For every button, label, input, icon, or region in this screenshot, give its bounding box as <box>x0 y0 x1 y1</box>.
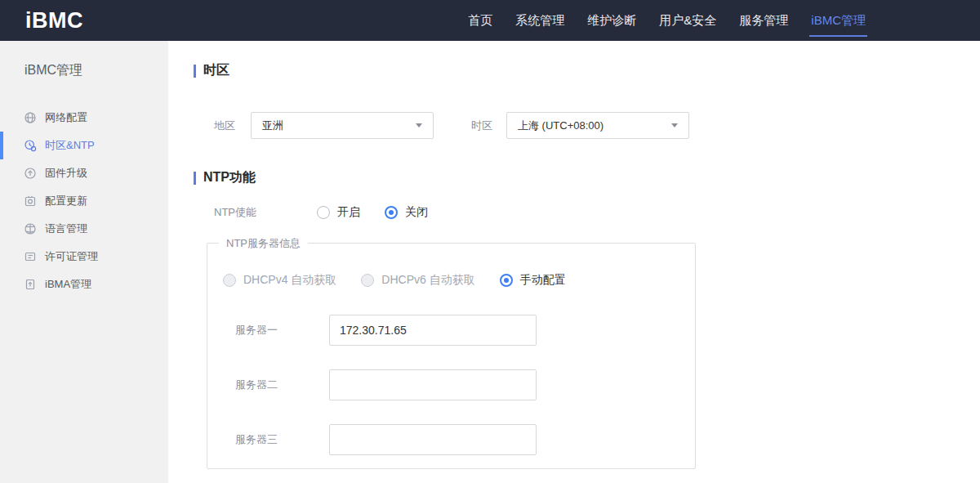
region-select-value: 亚洲 <box>262 119 283 133</box>
sidebar-item-label: iBMA管理 <box>45 277 91 292</box>
sidebar-item-language-management[interactable]: 语言管理 <box>0 215 168 243</box>
sidebar-menu: 网络配置 时区&NTP 固件升级 配置更 <box>0 104 168 298</box>
sidebar-item-network-config[interactable]: 网络配置 <box>0 104 168 132</box>
timezone-icon <box>24 139 37 152</box>
radio-unselected-icon <box>317 206 330 219</box>
topbar: iBMC 首页 系统管理 维护诊断 用户&安全 服务管理 iBMC管理 <box>0 0 980 41</box>
server-three-row: 服务器三 <box>223 424 695 455</box>
sidebar: iBMC管理 网络配置 时区&NTP 固件升 <box>0 41 168 483</box>
sidebar-item-label: 固件升级 <box>45 166 87 181</box>
main-content: 时区 地区 亚洲 时区 上海 (UTC+08:00) NTP功能 NTP使能 开… <box>168 41 980 483</box>
timezone-section-header: 时区 <box>194 62 980 79</box>
ntp-server-info-legend: NTP服务器信息 <box>219 236 308 251</box>
sidebar-item-label: 许可证管理 <box>45 249 98 264</box>
license-icon <box>24 250 37 263</box>
timezone-form-row: 地区 亚洲 时区 上海 (UTC+08:00) <box>194 112 980 139</box>
region-label: 地区 <box>214 119 251 133</box>
server-three-input[interactable] <box>329 424 537 455</box>
network-icon <box>24 111 37 124</box>
radio-disabled-icon <box>223 274 236 287</box>
dhcpv4-auto-label: DHCPv4 自动获取 <box>243 273 336 288</box>
section-accent-bar <box>194 172 196 185</box>
manual-config-label: 手动配置 <box>520 273 566 288</box>
sidebar-item-label: 配置更新 <box>45 194 87 208</box>
dhcpv4-auto-radio[interactable]: DHCPv4 自动获取 <box>223 273 336 288</box>
server-two-label: 服务器二 <box>235 378 329 392</box>
server-two-input[interactable] <box>329 369 537 400</box>
server-one-input[interactable] <box>329 315 537 346</box>
server-one-row: 服务器一 <box>223 315 695 346</box>
dhcpv6-auto-label: DHCPv6 自动获取 <box>381 273 474 288</box>
ntp-section-header: NTP功能 <box>194 169 980 186</box>
nav-ibmc-management[interactable]: iBMC管理 <box>800 0 877 41</box>
nav-user-security[interactable]: 用户&安全 <box>648 0 728 41</box>
sidebar-item-firmware-upgrade[interactable]: 固件升级 <box>0 159 168 187</box>
server-one-label: 服务器一 <box>235 323 329 338</box>
sidebar-item-config-update[interactable]: 配置更新 <box>0 187 168 215</box>
ntp-section-title: NTP功能 <box>203 169 256 186</box>
sidebar-item-label: 语言管理 <box>45 221 87 236</box>
server-two-row: 服务器二 <box>223 369 695 400</box>
timezone-select-value: 上海 (UTC+08:00) <box>518 119 604 133</box>
sidebar-item-timezone-ntp[interactable]: 时区&NTP <box>0 132 168 159</box>
radio-selected-icon <box>385 206 398 219</box>
timezone-section-title: 时区 <box>203 62 229 79</box>
chevron-down-icon <box>416 123 422 127</box>
ntp-enable-off-radio[interactable]: 关闭 <box>385 205 428 220</box>
language-icon <box>24 222 37 235</box>
app-logo: iBMC <box>25 8 83 34</box>
ibma-icon <box>24 278 37 291</box>
chevron-down-icon <box>671 123 678 127</box>
sidebar-item-label: 时区&NTP <box>45 138 95 153</box>
nav-system-management[interactable]: 系统管理 <box>504 0 576 41</box>
radio-disabled-icon <box>361 274 374 287</box>
config-update-icon <box>24 195 37 208</box>
nav-service-management[interactable]: 服务管理 <box>728 0 800 41</box>
ntp-server-info-group: NTP服务器信息 DHCPv4 自动获取 DHCPv6 自动获取 手动配置 服务… <box>207 243 696 469</box>
ntp-enable-label: NTP使能 <box>214 205 317 220</box>
top-navigation: 首页 系统管理 维护诊断 用户&安全 服务管理 iBMC管理 <box>457 0 877 41</box>
server-three-label: 服务器三 <box>235 432 329 447</box>
ntp-mode-row: DHCPv4 自动获取 DHCPv6 自动获取 手动配置 <box>223 273 695 288</box>
nav-home[interactable]: 首页 <box>457 0 504 41</box>
dhcpv6-auto-radio[interactable]: DHCPv6 自动获取 <box>361 273 474 288</box>
sidebar-item-ibma-management[interactable]: iBMA管理 <box>0 271 168 298</box>
ntp-enable-off-label: 关闭 <box>405 205 428 220</box>
sidebar-item-label: 网络配置 <box>45 110 87 125</box>
timezone-select[interactable]: 上海 (UTC+08:00) <box>506 112 689 139</box>
timezone-label: 时区 <box>471 119 506 133</box>
sidebar-title: iBMC管理 <box>0 41 168 79</box>
ntp-enable-on-radio[interactable]: 开启 <box>317 205 360 220</box>
section-accent-bar <box>194 65 196 78</box>
ntp-enable-row: NTP使能 开启 关闭 <box>194 205 980 220</box>
nav-maintenance-diagnostics[interactable]: 维护诊断 <box>576 0 648 41</box>
firmware-upgrade-icon <box>24 167 37 180</box>
region-select[interactable]: 亚洲 <box>251 112 434 139</box>
manual-config-radio[interactable]: 手动配置 <box>500 273 566 288</box>
ntp-enable-on-label: 开启 <box>337 205 360 220</box>
sidebar-item-license-management[interactable]: 许可证管理 <box>0 243 168 271</box>
radio-selected-icon <box>500 274 513 287</box>
